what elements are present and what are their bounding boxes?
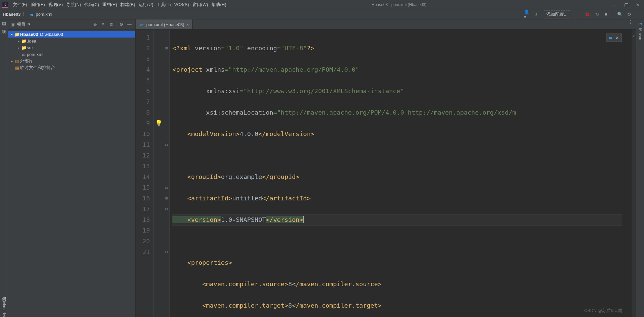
editor-tabbar: m pom.xml (Hbase03) × ⋮ <box>136 19 636 29</box>
maven-file-icon: m <box>21 52 27 57</box>
project-pane-header: ▣ 项目 ▼ ⊕ ≡ ≣ ⚙ — <box>8 19 135 29</box>
run-icon[interactable] <box>575 12 581 17</box>
tree-idea[interactable]: ▸ 📁 .idea <box>8 38 135 44</box>
folder-icon: 📁 <box>21 39 27 44</box>
menu-nav[interactable]: 导航(N) <box>66 2 81 8</box>
menu-refactor[interactable]: 重构(R) <box>102 2 117 8</box>
tree-src[interactable]: ▸ 📁 src <box>8 44 135 51</box>
inspection-ok-icon: ✔ <box>632 33 635 38</box>
tree-pom[interactable]: m pom.xml <box>8 51 135 58</box>
folder-icon: 📁 <box>14 32 20 37</box>
menubar: IJ 文件(F) 编辑(E) 视图(V) 导航(N) 代码(C) 重构(R) 构… <box>0 0 644 9</box>
project-toolwindow-icon[interactable]: ▤ <box>2 21 6 26</box>
error-stripe[interactable]: ✔ <box>631 29 636 317</box>
libraries-icon: ▥ <box>14 59 20 64</box>
collapse-all-icon[interactable]: ≣ <box>108 21 114 27</box>
hide-pane-icon[interactable]: — <box>126 21 132 27</box>
maven-file-icon: m <box>29 12 34 17</box>
menu-vcs[interactable]: VCS(S) <box>174 2 189 7</box>
folder-icon: 📁 <box>21 45 27 50</box>
project-tree[interactable]: ▾ 📁 Hbase03 D:\Hbase03 ▸ 📁 .idea ▸ 📁 src… <box>8 29 135 72</box>
gear-icon[interactable]: ⚙ <box>118 21 124 27</box>
editor-tab-label: pom.xml (Hbase03) <box>146 22 184 27</box>
editor-area: m pom.xml (Hbase03) × ⋮ 12 34 56 78 910 … <box>136 19 636 317</box>
project-view-icon: ▣ <box>11 22 15 27</box>
user-icon[interactable]: 👤▾ <box>524 12 529 17</box>
bookmarks-toolwindow-label[interactable]: Bookmarks <box>2 297 6 317</box>
scratch-icon: ▦ <box>14 65 20 70</box>
gear-icon[interactable]: ⚙ <box>627 12 632 17</box>
chevron-down-icon[interactable]: ▼ <box>28 22 31 26</box>
breadcrumb-file[interactable]: pom.xml <box>36 12 52 17</box>
menu-build[interactable]: 构建(B) <box>120 2 135 8</box>
chevron-right-icon: 〉 <box>22 11 27 17</box>
menu-view[interactable]: 视图(V) <box>48 2 63 8</box>
add-configuration-button[interactable]: 添加配置... <box>543 10 571 18</box>
app-icon: IJ <box>2 2 8 8</box>
fold-gutter[interactable]: ⊟ ⊟ ⊟⊟ ⊟ ⊟ <box>164 29 170 317</box>
window-title: Hbase03 - pom.xml (Hbase03) <box>189 2 609 7</box>
maven-reload-hint: m ✕ <box>606 34 622 42</box>
tree-root-path: D:\Hbase03 <box>40 32 63 37</box>
project-pane: ▣ 项目 ▼ ⊕ ≡ ≣ ⚙ — ▾ 📁 Hbase03 D:\Hbase03 … <box>8 19 136 317</box>
close-tab-icon[interactable]: × <box>186 22 189 27</box>
project-pane-title: 项目 <box>17 21 25 27</box>
left-toolwindow-bar: ▤ 项目 结构 Bookmarks <box>0 19 8 317</box>
editor-body[interactable]: 12 34 56 78 910 1112 1314 1516 1718 1920… <box>136 29 636 317</box>
menu-file[interactable]: 文件(F) <box>13 2 27 8</box>
minimize-button[interactable]: — <box>612 2 617 7</box>
tree-root[interactable]: ▾ 📁 Hbase03 D:\Hbase03 <box>8 31 135 38</box>
breadcrumb: Hbase03 〉 m pom.xml <box>3 11 52 17</box>
icon-gutter: 💡 <box>154 29 164 317</box>
maven-toolwindow-icon[interactable]: m <box>638 21 642 26</box>
toolbar: Hbase03 〉 m pom.xml 👤▾ ⤸ 添加配置... 🐞 ⟲ ■ 🔍… <box>0 9 644 19</box>
bulb-icon[interactable]: 💡 <box>155 120 163 127</box>
expand-all-icon[interactable]: ≡ <box>100 21 106 27</box>
debug-icon[interactable]: 🐞 <box>585 12 590 17</box>
maximize-button[interactable]: ▢ <box>624 2 629 7</box>
code-content[interactable]: <?xml version="1.0" encoding="UTF-8"?> <… <box>170 29 631 317</box>
editor-tab-pom[interactable]: m pom.xml (Hbase03) × <box>136 19 193 29</box>
tree-scratches[interactable]: ▦ 临时文件和控制台 <box>8 64 135 71</box>
locate-icon[interactable]: ⊕ <box>92 21 98 27</box>
right-toolwindow-bar: m Maven <box>636 19 644 317</box>
ai-icon[interactable] <box>636 12 641 17</box>
line-gutter[interactable]: 12 34 56 78 910 1112 1314 1516 1718 1920… <box>136 29 154 317</box>
watermark: CSDN @苏质&天雨 <box>584 308 623 314</box>
menu-tools[interactable]: 工具(T) <box>157 2 171 8</box>
close-button[interactable]: ✕ <box>636 2 640 7</box>
menu-run[interactable]: 运行(U) <box>139 2 153 8</box>
menu-edit[interactable]: 编辑(E) <box>31 2 45 8</box>
build-icon[interactable]: ⤸ <box>533 12 539 17</box>
maven-file-icon: m <box>140 22 144 27</box>
stop-icon[interactable]: ■ <box>603 12 609 17</box>
coverage-icon[interactable]: ⟲ <box>594 12 599 17</box>
maven-reload-icon[interactable]: m <box>609 35 612 40</box>
hint-close-icon[interactable]: ✕ <box>615 36 619 40</box>
search-icon[interactable]: 🔍 <box>617 12 623 17</box>
window-controls: — ▢ ✕ <box>612 2 642 7</box>
maven-toolwindow-label[interactable]: Maven <box>638 28 643 40</box>
menu-code[interactable]: 代码(C) <box>84 2 99 8</box>
breadcrumb-root[interactable]: Hbase03 <box>3 12 20 17</box>
tree-root-name: Hbase03 <box>20 32 38 37</box>
tabbar-more-icon[interactable]: ⋮ <box>625 19 636 29</box>
tree-external-libs[interactable]: ▸ ▥ 外部库 <box>8 58 135 64</box>
